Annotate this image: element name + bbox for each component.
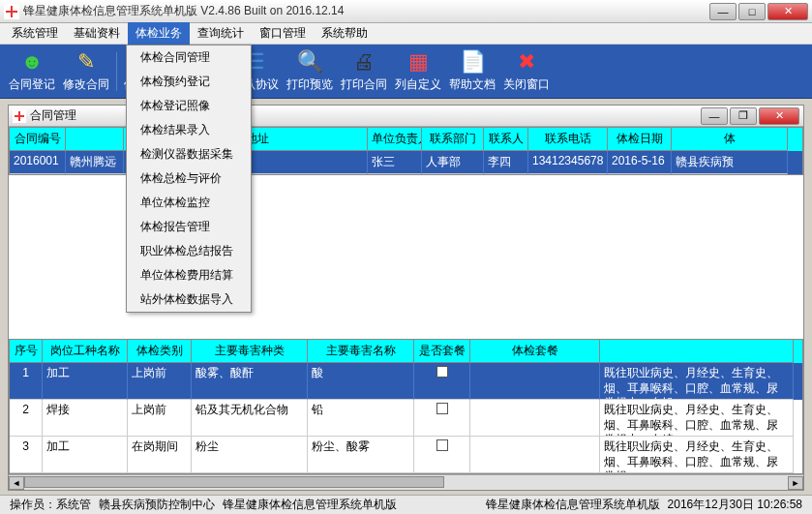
cell: 人事部 (422, 151, 484, 174)
cell: 上岗前 (128, 363, 192, 400)
toolbar-label: 打印预览 (286, 76, 333, 93)
toolbar-icon: ▦ (408, 49, 429, 75)
col-header[interactable]: 联系部门 (422, 128, 484, 151)
menu-help[interactable]: 系统帮助 (314, 22, 376, 45)
toolbar-button[interactable]: 🔍打印预览 (284, 47, 336, 96)
cell: 铅及其无机化合物 (192, 400, 308, 437)
dropdown-item[interactable]: 体检登记照像 (127, 94, 251, 118)
col-header[interactable]: 岗位工种名称 (43, 340, 128, 363)
cell: 赣县疾病预 (672, 151, 788, 174)
col-header[interactable]: 体检类别 (128, 340, 192, 363)
cell: 13412345678 (528, 151, 608, 174)
cell: 焊接 (43, 400, 128, 437)
col-header[interactable]: 联系人 (484, 128, 528, 151)
toolbar-button[interactable]: 🖨打印合同 (338, 47, 390, 96)
cell (470, 400, 600, 437)
col-header[interactable]: 体 (672, 128, 788, 151)
toolbar-button[interactable]: ✎修改合同 (60, 47, 112, 96)
col-header[interactable]: 体检套餐 (470, 340, 600, 363)
toolbar-icon: ✖ (518, 49, 535, 75)
status-datetime: 2016年12月30日 10:26:58 (664, 497, 806, 513)
toolbar-button[interactable]: 📄帮助文档 (446, 47, 498, 96)
checkbox[interactable] (436, 439, 448, 451)
dropdown-item[interactable]: 站外体检数据导入 (127, 287, 251, 312)
cell: 铅 (308, 400, 414, 437)
inner-restore-button[interactable]: ❐ (730, 107, 757, 125)
menu-dropdown: 体检合同管理 体检预约登记 体检登记照像 体检结果录入 检测仪器数据采集 体检总… (126, 45, 252, 313)
toolbar-label: 列自定义 (395, 76, 441, 93)
positions-grid-row[interactable]: 3加工在岗期间粉尘粉尘、酸雾既往职业病史、月经史、生育史、烟、耳鼻喉科、口腔、血… (10, 437, 802, 473)
scroll-track[interactable] (24, 476, 788, 490)
maximize-button[interactable]: □ (738, 3, 766, 20)
toolbar-icon: 🔍 (297, 49, 323, 75)
menu-exam-business[interactable]: 体检业务 (128, 22, 190, 45)
col-header[interactable]: 主要毒害种类 (192, 340, 308, 363)
menu-system[interactable]: 系统管理 (4, 22, 66, 45)
cell: 在岗期间 (128, 437, 192, 473)
horizontal-scrollbar[interactable]: ◄ ► (9, 474, 803, 490)
cell: 加工 (43, 437, 128, 473)
dropdown-item[interactable]: 体检合同管理 (127, 45, 251, 70)
app-icon (4, 4, 19, 19)
dropdown-item[interactable]: 检测仪器数据采集 (127, 142, 251, 166)
dropdown-item[interactable]: 体检报告管理 (127, 215, 251, 239)
cell: 2016001 (10, 151, 66, 174)
cell (470, 363, 600, 400)
col-header[interactable]: 合同编号 (10, 128, 66, 151)
scroll-left-arrow[interactable]: ◄ (9, 476, 24, 490)
cell: 1 (10, 363, 43, 400)
positions-grid-row[interactable]: 1加工上岗前酸雾、酸酐酸既往职业病史、月经史、生育史、烟、耳鼻喉科、口腔、血常规… (10, 363, 802, 400)
toolbar-label: 帮助文档 (449, 76, 496, 93)
menu-window[interactable]: 窗口管理 (252, 22, 314, 45)
col-header[interactable]: 联系电话 (528, 128, 608, 151)
toolbar-label: 修改合同 (63, 76, 109, 93)
col-header[interactable]: 是否套餐 (414, 340, 470, 363)
menu-query-stats[interactable]: 查询统计 (190, 22, 252, 45)
cell: 李四 (484, 151, 528, 174)
positions-grid-row[interactable]: 2焊接上岗前铅及其无机化合物铅既往职业病史、月经史、生育史、烟、耳鼻喉科、口腔、… (10, 400, 802, 437)
menu-basic-data[interactable]: 基础资料 (66, 22, 128, 45)
col-header[interactable]: 主要毒害名称 (308, 340, 414, 363)
toolbar: ☻合同登记✎修改合同✎修改岗位✂删除岗位☰默认协议🔍打印预览🖨打印合同▦列自定义… (0, 45, 812, 99)
toolbar-button[interactable]: ▦列自定义 (392, 47, 444, 96)
col-header[interactable]: 体检日期 (608, 128, 672, 151)
toolbar-icon: 📄 (460, 49, 486, 75)
cell: 既往职业病史、月经史、生育史、烟、耳鼻喉科、口腔、血常规、尿常规力、血铅 (600, 363, 794, 400)
positions-grid[interactable]: 序号 岗位工种名称 体检类别 主要毒害种类 主要毒害名称 是否套餐 体检套餐 1… (9, 339, 803, 474)
cell: 3 (10, 437, 43, 473)
col-header[interactable] (66, 128, 124, 151)
dropdown-item[interactable]: 职业体检总结报告 (127, 239, 251, 263)
col-header[interactable]: 单位负责人 (368, 128, 422, 151)
col-header[interactable] (600, 340, 794, 363)
status-app: 锋星健康体检信息管理系统单机版 (219, 497, 401, 513)
toolbar-icon: 🖨 (353, 49, 375, 75)
checkbox[interactable] (436, 403, 448, 414)
cell: 既往职业病史、月经史、生育史、烟、耳鼻喉科、口腔、血常规、尿常规 (600, 437, 794, 473)
checkbox[interactable] (436, 366, 448, 378)
dropdown-item[interactable]: 单位体检监控 (127, 191, 251, 215)
close-button[interactable]: ✕ (767, 3, 808, 20)
status-app-right: 锋星健康体检信息管理系统单机版 (482, 497, 664, 513)
status-org: 赣县疾病预防控制中心 (95, 497, 219, 513)
toolbar-button[interactable]: ✖关闭窗口 (500, 47, 553, 96)
inner-close-button[interactable]: ✕ (759, 107, 799, 125)
dropdown-item[interactable]: 体检结果录入 (127, 118, 251, 142)
status-operator: 操作员：系统管 (6, 497, 95, 513)
positions-grid-header: 序号 岗位工种名称 体检类别 主要毒害种类 主要毒害名称 是否套餐 体检套餐 (10, 340, 802, 363)
cell: 粉尘、酸雾 (308, 437, 414, 473)
scroll-right-arrow[interactable]: ► (788, 476, 803, 490)
cell: 加工 (43, 363, 128, 400)
col-header[interactable]: 序号 (10, 340, 43, 363)
toolbar-label: 合同登记 (9, 76, 55, 93)
window-title: 锋星健康体检信息管理系统单机版 V2.4.86 Built on 2016.12… (23, 3, 709, 19)
dropdown-item[interactable]: 单位体检费用结算 (127, 263, 251, 287)
cell (414, 363, 470, 400)
dropdown-item[interactable]: 体检总检与评价 (127, 166, 251, 191)
main-titlebar: 锋星健康体检信息管理系统单机版 V2.4.86 Built on 2016.12… (0, 0, 812, 23)
minimize-button[interactable]: — (709, 3, 737, 20)
toolbar-button[interactable]: ☻合同登记 (6, 47, 58, 96)
cell: 2 (10, 400, 43, 437)
dropdown-item[interactable]: 体检预约登记 (127, 70, 251, 94)
inner-minimize-button[interactable]: — (701, 107, 728, 125)
cell: 酸 (308, 363, 414, 400)
